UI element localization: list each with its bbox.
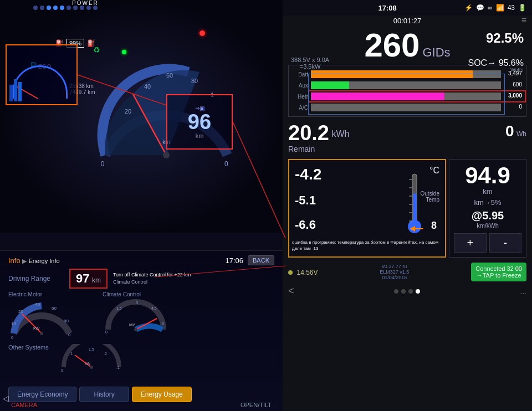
nav-dots: [392, 287, 422, 295]
arc-dot-8: [80, 6, 84, 10]
svg-text:0: 0: [68, 332, 71, 337]
svg-point-37: [90, 366, 93, 369]
status-icons: ⚡ 💬 ∞ 📶 43 🔋: [464, 4, 526, 12]
kwh-section: 20.2 kWh Remain 0 Wh: [283, 120, 532, 156]
nav-dot-3: [408, 289, 413, 294]
info-time: 17:06: [225, 256, 243, 265]
hetr-value: 3,000: [503, 93, 522, 99]
range-value: 97: [76, 271, 89, 285]
arc-dot-10: [93, 6, 98, 10]
connected-line1: Connected 32 00: [475, 265, 522, 272]
version-line1: v0.37.77 ru: [380, 264, 409, 269]
version-line3: 01/04/2016: [380, 275, 409, 280]
climate-gauge-area: Climate Control 0 1.5 3 4.5 .6 kW: [103, 291, 191, 341]
plus-button[interactable]: +: [454, 233, 487, 253]
nav-dot-1: [394, 289, 398, 294]
status-bar: 17:08 ⚡ 💬 ∞ 📶 43 🔋: [283, 0, 532, 16]
batt-bar-fill: [311, 70, 473, 78]
signal-icon: 📶: [496, 4, 504, 12]
svg-text:4.5: 4.5: [151, 306, 157, 310]
arc-dot-4: [53, 6, 58, 10]
svg-text:1: 1: [70, 352, 73, 356]
info-header: Info ▶ Energy Info 17:06 BACK: [0, 251, 283, 268]
arc-dot-6: [66, 6, 71, 10]
bluetooth-icon: ⚡: [464, 4, 473, 12]
remain-label: Remain: [288, 145, 349, 153]
svg-text:80: 80: [191, 78, 198, 84]
version-line2: ELM327 v1.5: [380, 269, 409, 275]
aux-bar-container: 600: [311, 81, 501, 89]
status-time: 17:08: [378, 4, 396, 12]
more-dots[interactable]: ...: [520, 287, 526, 296]
version-info: v0.37.77 ru ELM327 v1.5 01/04/2016: [380, 264, 409, 280]
km-speed-unit: km/kWh: [454, 222, 521, 229]
menu-icon[interactable]: ≡: [521, 16, 526, 25]
temp-box: -4.2 °C -5.1 Outs: [288, 159, 446, 258]
minus-button[interactable]: -: [489, 233, 522, 253]
motor-gauge-area: Electric Motor 0 10 20 40 60 80 0 kW: [8, 291, 97, 341]
right-panel: 17:08 ⚡ 💬 ∞ 📶 43 🔋 00:01:27 ≡ 260 GIDs 9…: [283, 0, 532, 411]
svg-text:0: 0: [61, 368, 63, 372]
timer-display: 00:01:27: [283, 16, 532, 26]
info-subtitle: Energy Info: [28, 258, 59, 264]
km-speed: @5.95: [454, 209, 521, 222]
other-gauge: 0 1 1.5 .2 .1 kW: [58, 344, 125, 374]
ac-label: A/C: [291, 105, 311, 111]
connected-button[interactable]: Connected 32 00 →TAP to Freeze: [471, 263, 526, 281]
svg-point-21: [40, 332, 43, 335]
svg-text:40: 40: [144, 83, 151, 90]
back-button[interactable]: BACK: [248, 255, 274, 265]
aux-bar-fill: [311, 81, 349, 89]
hetr-bar-container: 3,000: [311, 93, 501, 100]
range-highlight-box: 97 km: [69, 269, 108, 289]
outside-temp-label: OutsideTemp: [421, 191, 439, 203]
wh-unit: Wh: [516, 130, 526, 138]
motor-gauge-svg: 0 10 20 40 60 80 0 kW: [8, 297, 75, 339]
gauges-row: Electric Motor 0 10 20 40 60 80 0 kW: [0, 290, 283, 343]
error-annotation: ошибка в программе: температура за борто…: [292, 239, 442, 252]
back-chevron[interactable]: <: [288, 285, 294, 297]
bottom-labels: CAMERA OPEN/TILT: [0, 402, 283, 408]
wh-value: 0: [505, 122, 514, 140]
aux-label: Aux: [291, 83, 311, 89]
svg-text:kW: kW: [129, 323, 135, 327]
svg-text:40: 40: [35, 302, 40, 307]
gids-section: 260 GIDs 92.5% SOC→ 95.6% 388.5V x 9.0A …: [283, 26, 532, 62]
aux-row: Aux 600: [291, 80, 523, 90]
energy-economy-button[interactable]: Energy Economy: [8, 387, 76, 402]
kwh-number-row: 20.2 kWh: [288, 122, 349, 143]
hetr-bar-fill: [311, 93, 444, 100]
nav-bar: < ...: [283, 284, 532, 299]
back-arrow-left[interactable]: ◁: [3, 394, 9, 403]
svg-point-29: [134, 328, 137, 331]
batt-label: Batt: [291, 71, 311, 78]
error-arrow: [409, 223, 426, 234]
info-display: Info ▶ Energy Info 17:06 BACK Driving Ra…: [0, 250, 283, 411]
battery-pct-label: 43: [508, 4, 515, 12]
message-icon: 💬: [476, 4, 484, 12]
svg-rect-40: [413, 193, 416, 224]
svg-text:kW: kW: [33, 326, 40, 331]
svg-text:kW: kW: [85, 362, 91, 366]
batt-row: Batt 3,497: [291, 69, 523, 79]
svg-text:60: 60: [52, 306, 57, 311]
mini-speedometer: [7, 45, 76, 104]
arc-dot-2: [40, 6, 44, 10]
speed-display: ⇒▣ 96 km: [167, 95, 232, 148]
aux-value: 600: [503, 81, 522, 88]
history-button[interactable]: History: [79, 387, 129, 402]
svg-text:20: 20: [18, 309, 23, 314]
climate-gauge-svg: 0 1.5 3 4.5 .6 kW: [103, 297, 169, 333]
sim-icon: ∞: [488, 4, 493, 12]
temp-value-3: -6.6: [295, 218, 316, 232]
bottom-right-section: -4.2 °C -5.1 Outs: [288, 159, 526, 258]
kwh-right: 0 Wh: [505, 122, 526, 140]
svg-text:10: 10: [11, 321, 16, 326]
range-unit: km: [92, 276, 101, 284]
arc-dot-5: [60, 6, 64, 10]
svg-text:1.5: 1.5: [116, 306, 122, 310]
batt-bar-container: 3,497: [311, 70, 501, 78]
speed-value: 96: [188, 111, 211, 132]
energy-usage-button[interactable]: Energy Usage: [132, 387, 192, 402]
km-value: 94.9: [465, 162, 510, 188]
